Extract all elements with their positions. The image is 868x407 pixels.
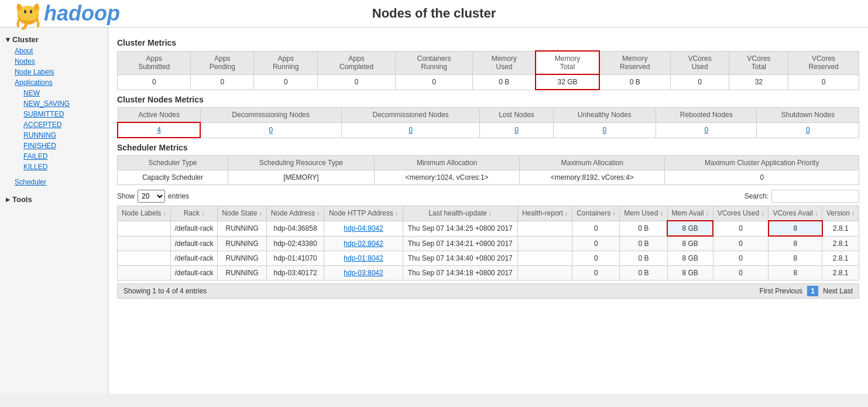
nt-header-vcores-used[interactable]: VCores Used ↕ — [713, 206, 768, 221]
row-containers: 0 — [572, 221, 620, 236]
tools-label: Tools — [12, 195, 32, 204]
sidebar-item-killed[interactable]: KILLED — [3, 162, 105, 172]
cm-header-apps-pending: AppsPending — [191, 51, 254, 74]
cluster-metrics-table: AppsSubmitted AppsPending AppsRunning Ap… — [117, 50, 859, 90]
row-state: RUNNING — [218, 236, 266, 251]
sm-header-max-alloc: Maximum Allocation — [520, 156, 665, 170]
cnm-val-decommissioning[interactable]: 0 — [200, 122, 341, 138]
hadoop-elephant-icon — [12, 0, 44, 30]
nt-header-state[interactable]: Node State ↕ — [218, 206, 266, 221]
scheduler-metrics-table: Scheduler Type Scheduling Resource Type … — [117, 155, 859, 185]
table-row: /default-rack RUNNING hdp-02:43380 hdp-0… — [118, 236, 859, 251]
cm-header-memory-used: MemoryUsed — [473, 51, 536, 74]
nt-header-version[interactable]: Version ↕ — [822, 206, 859, 221]
sidebar-item-finished[interactable]: FINISHED — [3, 141, 105, 151]
row-state: RUNNING — [218, 221, 266, 236]
row-state: RUNNING — [218, 251, 266, 266]
sidebar-item-node-labels[interactable]: Node Labels — [3, 67, 105, 77]
previous-link[interactable]: Previous — [775, 287, 802, 295]
row-http[interactable]: hdp-03:8042 — [324, 266, 403, 281]
search-box: Search: — [745, 190, 859, 203]
sidebar: ▾ Cluster About Nodes Node Labels Applic… — [0, 28, 108, 394]
cm-val-apps-completed: 0 — [318, 74, 396, 90]
cluster-header[interactable]: ▾ Cluster — [3, 33, 105, 46]
sidebar-item-applications[interactable]: Applications — [3, 77, 105, 88]
cnm-val-rebooted[interactable]: 0 — [656, 122, 757, 138]
row-health-update: Thu Sep 07 14:34:18 +0800 2017 — [403, 266, 517, 281]
cm-header-containers-running: ContainersRunning — [395, 51, 473, 74]
cnm-val-lost[interactable]: 0 — [480, 122, 553, 138]
row-rack: /default-rack — [170, 266, 218, 281]
sidebar-item-new[interactable]: NEW — [3, 88, 105, 98]
nt-header-node-labels[interactable]: Node Labels ↕ — [118, 206, 171, 221]
nt-header-health-update[interactable]: Last health-update ↕ — [403, 206, 517, 221]
row-health-update: Thu Sep 07 14:34:21 +0800 2017 — [403, 236, 517, 251]
row-rack: /default-rack — [170, 221, 218, 236]
cluster-nodes-metrics-table: Active Nodes Decommissioning Nodes Decom… — [117, 107, 859, 138]
sidebar-item-failed[interactable]: FAILED — [3, 151, 105, 162]
row-http[interactable]: hdp-02:8042 — [324, 236, 403, 251]
row-mem-avail: 8 GB — [667, 221, 713, 236]
row-version: 2.8.1 — [822, 251, 859, 266]
cm-val-vcores-total: 32 — [729, 74, 788, 90]
sidebar-item-nodes[interactable]: Nodes — [3, 56, 105, 67]
row-mem-avail: 8 GB — [667, 251, 713, 266]
nt-header-mem-used[interactable]: Mem Used ↕ — [620, 206, 667, 221]
table-row: /default-rack RUNNING hdp-04:36858 hdp-0… — [118, 221, 859, 236]
page-title: Nodes of the cluster — [372, 6, 496, 21]
cnm-header-decommissioned: Decommissioned Nodes — [341, 108, 480, 123]
row-vcores-avail: 8 — [768, 236, 822, 251]
nt-header-rack[interactable]: Rack ↕ — [170, 206, 218, 221]
logo: hadoop — [12, 0, 120, 30]
row-containers: 0 — [572, 236, 620, 251]
nt-header-http[interactable]: Node HTTP Address ↕ — [324, 206, 403, 221]
showing-text: Showing 1 to 4 of 4 entries — [123, 287, 207, 295]
row-http[interactable]: hdp-01:8042 — [324, 251, 403, 266]
cm-val-apps-pending: 0 — [191, 74, 254, 90]
row-mem-used: 0 B — [620, 221, 667, 236]
nt-header-health-report[interactable]: Health-report ↕ — [517, 206, 572, 221]
cm-header-vcores-reserved: VCoresReserved — [788, 51, 859, 74]
sidebar-item-scheduler[interactable]: Scheduler — [3, 177, 105, 187]
sidebar-item-about[interactable]: About — [3, 46, 105, 56]
first-link[interactable]: First — [760, 287, 773, 295]
sidebar-item-submitted[interactable]: SUBMITTED — [3, 109, 105, 119]
nt-header-address[interactable]: Node Address ↕ — [266, 206, 324, 221]
cnm-val-unhealthy[interactable]: 0 — [553, 122, 656, 138]
cnm-val-shutdown[interactable]: 0 — [757, 122, 859, 138]
nt-header-vcores-avail[interactable]: VCores Avail ↕ — [768, 206, 822, 221]
table-controls: Show 10 20 50 100 entries Search: — [117, 190, 859, 203]
sidebar-item-running[interactable]: RUNNING — [3, 130, 105, 141]
row-http[interactable]: hdp-04:8042 — [324, 221, 403, 236]
search-input[interactable] — [771, 190, 859, 203]
row-node-labels — [118, 266, 171, 281]
row-health-report — [517, 221, 572, 236]
cnm-header-lost: Lost Nodes — [480, 108, 553, 123]
row-address: hdp-02:43380 — [266, 236, 324, 251]
page-number: 1 — [807, 286, 818, 296]
cm-header-vcores-used: VCoresUsed — [670, 51, 729, 74]
nt-header-mem-avail[interactable]: Mem Avail ↕ — [667, 206, 713, 221]
row-address: hdp-03:40172 — [266, 266, 324, 281]
cluster-section: ▾ Cluster About Nodes Node Labels Applic… — [3, 33, 105, 187]
next-link[interactable]: Next — [823, 287, 838, 295]
sidebar-item-accepted[interactable]: ACCEPTED — [3, 119, 105, 130]
row-health-update: Thu Sep 07 14:34:40 +0800 2017 — [403, 251, 517, 266]
entries-label: entries — [168, 192, 189, 200]
sidebar-item-new-saving[interactable]: NEW_SAVING — [3, 98, 105, 109]
cm-header-apps-completed: AppsCompleted — [318, 51, 396, 74]
row-containers: 0 — [572, 266, 620, 281]
row-version: 2.8.1 — [822, 221, 859, 236]
logo-text: hadoop — [44, 1, 120, 26]
cnm-val-active[interactable]: 4 — [118, 122, 200, 138]
tools-header[interactable]: ▸ Tools — [3, 193, 105, 206]
cnm-val-decommissioned[interactable]: 0 — [341, 122, 480, 138]
cm-header-memory-total: MemoryTotal — [536, 51, 599, 74]
triangle-icon: ▾ — [6, 35, 10, 44]
nt-header-containers[interactable]: Containers ↕ — [572, 206, 620, 221]
cm-header-memory-reserved: MemoryReserved — [599, 51, 671, 74]
last-link[interactable]: Last — [839, 287, 853, 295]
entries-select[interactable]: 10 20 50 100 — [138, 190, 165, 203]
search-label: Search: — [745, 192, 768, 200]
row-mem-avail: 8 GB — [667, 236, 713, 251]
